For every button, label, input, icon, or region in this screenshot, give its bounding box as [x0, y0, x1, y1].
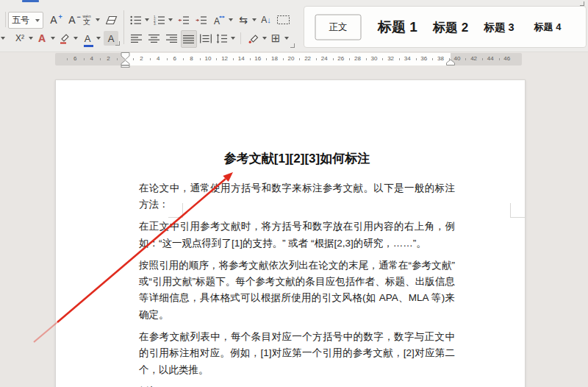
- decrease-indent-button[interactable]: [176, 12, 191, 28]
- numbered-list-icon: 1.2.3.: [154, 15, 165, 25]
- align-center-button[interactable]: [148, 30, 161, 46]
- distribute-button[interactable]: [198, 30, 213, 46]
- arrow-tail: [34, 322, 57, 342]
- pinyin-icon: wén文: [82, 14, 90, 26]
- indent-markers[interactable]: [120, 52, 131, 68]
- highlight-dropdown[interactable]: [72, 30, 79, 46]
- paragraph[interactable]: 按照引用的顺序，将参考文献依次列出在论文的末尾，通常在“参考文献”或“引用文献”…: [139, 258, 455, 324]
- highlight-button[interactable]: [58, 30, 71, 46]
- style-heading-3[interactable]: 标题 3: [484, 20, 514, 34]
- borders-icon: ⊞: [271, 32, 281, 45]
- align-right-icon: [166, 34, 178, 43]
- left-indent-marker: [121, 65, 129, 68]
- increase-indent-icon: [196, 15, 207, 25]
- ruler-right-margin: [451, 53, 522, 65]
- line-spacing-icon: [216, 34, 228, 43]
- superscript-icon: X²: [15, 33, 24, 43]
- shading-button[interactable]: [247, 30, 260, 46]
- align-center-icon: [148, 34, 160, 43]
- first-line-indent-marker: [121, 53, 129, 60]
- superscript-button[interactable]: X²: [12, 30, 28, 46]
- style-heading-4[interactable]: 标题 4: [534, 21, 562, 34]
- decrease-indent-icon: [178, 15, 190, 25]
- font-color-button[interactable]: A: [81, 30, 94, 46]
- shading-icon: [248, 33, 259, 44]
- group-expand-icon[interactable]: [290, 43, 295, 48]
- style-gallery: 正文 标题 1 标题 2 标题 3 标题 4: [304, 6, 587, 48]
- paragraph[interactable]: 在参考文献列表中，每个条目对应一个方括号中的数字，数字与正文中的引用标注相对应。…: [139, 329, 455, 378]
- bullet-list-dropdown[interactable]: [143, 12, 150, 28]
- plus-icon: +: [58, 13, 62, 21]
- document-page[interactable]: 参考文献[1][2][3]如何标注 在论文中，通常使用方括号和数字来标注参考文献…: [55, 79, 526, 387]
- svg-text:3.: 3.: [154, 22, 157, 25]
- chevron-down-icon[interactable]: [32, 19, 43, 22]
- dashed-frame-icon: [277, 15, 290, 24]
- line-spacing-dropdown[interactable]: [229, 30, 236, 46]
- pinyin-guide-button[interactable]: wén文: [79, 12, 94, 28]
- text-effects-dropdown[interactable]: [49, 30, 56, 46]
- toolbar-separator: [240, 32, 241, 44]
- style-heading-1[interactable]: 标题 1: [378, 18, 417, 37]
- numbered-list-button[interactable]: 1.2.3.: [153, 12, 166, 28]
- paragraph[interactable]: 例如：: [139, 383, 455, 387]
- text-effects-button[interactable]: A: [35, 30, 49, 46]
- shading-dropdown[interactable]: [261, 30, 268, 46]
- style-normal[interactable]: 正文: [315, 14, 362, 40]
- style-heading-2[interactable]: 标题 2: [433, 18, 468, 35]
- text-frame-button[interactable]: [276, 12, 290, 28]
- document-text-area[interactable]: 参考文献[1][2][3]如何标注 在论文中，通常使用方括号和数字来标注参考文献…: [139, 150, 455, 387]
- increase-font-button[interactable]: A+: [46, 12, 62, 28]
- paragraph[interactable]: 在论文中，通常使用方括号和数字来标注参考文献。以下是一般的标注方法：: [139, 180, 455, 213]
- decrease-font-button[interactable]: A−: [65, 12, 79, 28]
- distribute-icon: [200, 34, 212, 43]
- character-scale-button[interactable]: A: [212, 12, 226, 28]
- sort-button[interactable]: A↓: [259, 12, 273, 28]
- numbered-list-dropdown[interactable]: [167, 12, 173, 28]
- hanging-indent-marker: [121, 60, 129, 65]
- paragraph[interactable]: 在正文中引用参考文献时，将方括号和数字放在引用内容的右上角，例如：“这一观点得到…: [139, 219, 455, 252]
- group-expand-icon[interactable]: [115, 41, 120, 46]
- character-scale-icon: A: [213, 15, 226, 25]
- bullet-list-button[interactable]: [129, 12, 143, 28]
- font-size-select[interactable]: 五号: [8, 12, 43, 29]
- text-effects-icon: A: [38, 32, 46, 44]
- margin-corner-mark-right: [510, 203, 525, 218]
- toolbar-separator: [123, 10, 124, 44]
- swap-text-button[interactable]: ⇆: [237, 12, 250, 28]
- bullet-list-icon: [130, 15, 142, 25]
- borders-button[interactable]: ⊞: [269, 30, 282, 46]
- font-name-combo-edge: [5, 12, 6, 27]
- align-right-button[interactable]: [165, 30, 179, 46]
- justify-button[interactable]: [181, 30, 197, 48]
- font-color-icon: A: [85, 33, 91, 44]
- eraser-icon: [106, 15, 118, 25]
- borders-dropdown[interactable]: [283, 30, 290, 46]
- character-scale-dropdown[interactable]: [227, 12, 234, 28]
- line-spacing-button[interactable]: [215, 30, 229, 46]
- highlighter-icon: [60, 33, 71, 44]
- font-name-dropdown[interactable]: [0, 30, 6, 46]
- document-title[interactable]: 参考文献[1][2][3]如何标注: [139, 150, 455, 167]
- increase-indent-button[interactable]: [194, 12, 209, 28]
- swap-arrows-icon: ⇆: [239, 14, 248, 26]
- active-tab-indicator: [22, 0, 39, 2]
- svg-text:A: A: [214, 16, 220, 25]
- right-indent-marker[interactable]: [445, 59, 456, 66]
- ribbon-toolbar: 五号 A+ A− wén文: [0, 0, 588, 52]
- swap-text-dropdown[interactable]: [251, 12, 257, 28]
- align-left-icon: [131, 34, 143, 43]
- font-color-dropdown[interactable]: [95, 30, 101, 46]
- align-left-button[interactable]: [130, 30, 143, 46]
- sort-icon: A↓: [261, 15, 271, 25]
- superscript-dropdown[interactable]: [27, 30, 34, 46]
- pinyin-guide-dropdown[interactable]: [94, 12, 101, 28]
- clear-format-button[interactable]: [104, 12, 120, 28]
- justify-icon: [183, 35, 195, 44]
- horizontal-ruler[interactable]: 642 246810121416182022242628303234363840…: [0, 53, 588, 65]
- app-window: 五号 A+ A− wén文: [0, 0, 588, 387]
- font-size-value: 五号: [9, 14, 32, 26]
